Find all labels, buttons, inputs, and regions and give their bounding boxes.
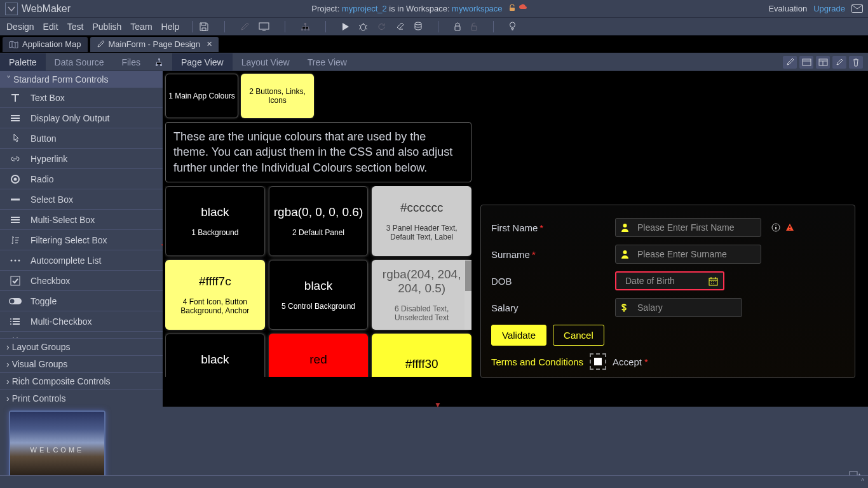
mail-icon[interactable] (851, 4, 863, 13)
warning-icon[interactable] (785, 223, 794, 232)
workspace-name-link[interactable]: myworkspace (452, 4, 502, 13)
palette-button[interactable]: Button (0, 128, 163, 149)
palette-select[interactable]: Select Box (0, 189, 163, 210)
color-swatch[interactable]: black5 Control Background (269, 260, 369, 330)
cloud-icon[interactable] (519, 4, 527, 11)
svg-rect-13 (156, 64, 158, 66)
project-name-link[interactable]: myproject_2 (342, 4, 387, 13)
menu-team[interactable]: Team (130, 22, 152, 32)
field-salary: Salary Salary (491, 298, 844, 317)
swatch-value: black (201, 353, 229, 367)
subtab-files[interactable]: Files (112, 53, 149, 71)
subtab-link-icon[interactable] (149, 53, 168, 71)
swatch-label: 1 Background (191, 228, 238, 237)
tab-mainform-design[interactable]: MainForm - Page Design ✕ (90, 37, 219, 52)
color-tab-main[interactable]: 1 Main App Colours (165, 74, 238, 118)
input-dob[interactable]: Date of Birth (615, 271, 724, 290)
swatch-scrollbar[interactable]: ▴ ▾ (465, 260, 471, 330)
group-layout[interactable]: › Layout Groups (0, 338, 163, 355)
input-firstname[interactable]: Please Enter First Name (615, 218, 761, 237)
calendar-icon[interactable] (709, 276, 718, 286)
palette-checkbox[interactable]: Checkbox (0, 271, 163, 291)
swatch-value: red (309, 353, 327, 367)
tool-window-icon[interactable] (799, 56, 813, 69)
collapse-bottom-icon[interactable]: ▼ (434, 400, 442, 409)
palette-multiselect[interactable]: Multi-Select Box (0, 210, 163, 230)
palette-hyperlink[interactable]: Hyperlink (0, 149, 163, 169)
monitor-icon[interactable] (259, 22, 269, 31)
input-salary[interactable]: Salary (615, 298, 742, 317)
subtab-treeview[interactable]: Tree View (299, 53, 356, 71)
upgrade-link[interactable]: Upgrade (813, 4, 845, 13)
color-tab-buttons[interactable]: 2 Buttons, Links, Icons (241, 74, 314, 118)
svg-point-27 (10, 323, 11, 325)
close-icon[interactable]: ✕ (207, 40, 212, 48)
subtab-layoutview[interactable]: Layout View (233, 53, 299, 71)
palette-radio[interactable]: Radio (0, 169, 163, 189)
subtab-palette[interactable]: Palette (0, 53, 46, 71)
unlock-icon[interactable] (508, 4, 516, 11)
bulb-icon[interactable] (509, 22, 516, 31)
bug-icon[interactable] (358, 22, 368, 31)
color-swatch[interactable]: red8 Active Button (269, 334, 369, 377)
menu-help[interactable]: Help (161, 22, 180, 32)
design-canvas[interactable]: 1 Main App Colours 2 Buttons, Links, Ico… (163, 71, 868, 407)
palette-toggle[interactable]: Toggle (0, 291, 163, 311)
color-swatch[interactable]: black1 Background (165, 186, 265, 256)
group-print[interactable]: › Print Controls (0, 390, 163, 407)
subtab-pageview[interactable]: Page View (172, 53, 233, 71)
swatch-value: #ffff7c (199, 274, 231, 288)
cancel-button[interactable]: Cancel (553, 325, 604, 346)
palette-autocomplete[interactable]: Autocomplete List (0, 250, 163, 271)
menu-publish[interactable]: Publish (92, 22, 121, 32)
input-surname[interactable]: Please Enter Surname (615, 245, 761, 264)
color-swatch[interactable]: #ffff7c4 Font Icon, Button Background, A… (165, 260, 265, 330)
chevron-right-icon: › (6, 342, 10, 352)
color-swatch[interactable]: #ffff30 (372, 334, 471, 377)
eraser-icon[interactable] (395, 22, 405, 30)
expand-up-icon[interactable]: ^ (861, 478, 864, 485)
tool-brush-icon[interactable] (832, 56, 846, 69)
color-swatch[interactable]: black7 Panel Header (165, 334, 265, 377)
edit-icon[interactable] (240, 22, 250, 31)
subtab-datasource[interactable]: Data Source (46, 53, 113, 71)
tool-edit-icon[interactable] (783, 56, 797, 69)
tool-split-icon[interactable] (816, 56, 830, 69)
save-icon[interactable] (199, 22, 209, 32)
database-icon[interactable] (414, 22, 423, 31)
color-description: These are the unique colours that are us… (165, 122, 471, 182)
swatch-label: 2 Default Panel (292, 228, 344, 237)
play-icon[interactable] (341, 22, 349, 31)
group-standard-controls[interactable]: ˅ Standard Form Controls (0, 71, 163, 88)
tool-trash-icon[interactable] (849, 56, 863, 69)
scroll-down-icon[interactable]: ▾ (465, 321, 471, 330)
palette-multicheckbox[interactable]: Multi-Checkbox (0, 311, 163, 332)
main-menu: Design Edit Test Publish Team Help (0, 22, 186, 32)
textbox-icon (0, 93, 31, 103)
color-swatch[interactable]: #cccccc3 Panel Header Text, Default Text… (372, 186, 471, 256)
refresh-icon[interactable] (377, 22, 386, 31)
terms-link[interactable]: Terms and Conditions (491, 356, 583, 367)
palette-datetime[interactable]: Date Time (0, 332, 163, 338)
lock-closed-icon[interactable] (454, 22, 461, 31)
menu-test[interactable]: Test (67, 22, 84, 32)
scroll-thumb[interactable] (465, 261, 471, 291)
accept-checkbox[interactable] (590, 353, 606, 370)
group-rich[interactable]: › Rich Composite Controls (0, 372, 163, 390)
color-swatch[interactable]: rgba(204, 204, 204, 0.5)6 Disabled Text,… (372, 260, 471, 330)
group-visual[interactable]: › Visual Groups (0, 355, 163, 372)
palette-textbox[interactable]: Text Box (0, 88, 163, 108)
tab-application-map[interactable]: Application Map (3, 37, 88, 52)
palette-filter-select[interactable]: Filtering Select Box (0, 230, 163, 250)
info-icon[interactable] (771, 223, 780, 232)
menu-design[interactable]: Design (6, 22, 34, 32)
color-swatch[interactable]: rgba(0, 0, 0, 0.6)2 Default Panel (269, 186, 369, 256)
label-firstname: First Name* (491, 222, 609, 233)
field-surname: Surname* Please Enter Surname (491, 245, 844, 264)
validate-button[interactable]: Validate (491, 325, 546, 346)
sitemap-icon[interactable] (301, 22, 310, 31)
palette-display-only[interactable]: Display Only Output (0, 108, 163, 128)
lock-open-icon[interactable] (470, 22, 478, 31)
menu-edit[interactable]: Edit (43, 22, 58, 32)
svg-rect-5 (304, 29, 306, 30)
